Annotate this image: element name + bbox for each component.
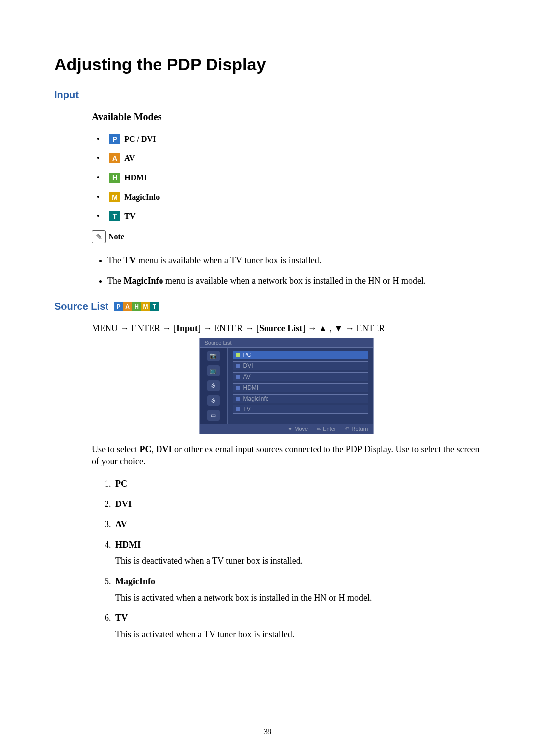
source-option-tv: TV This is activated when a TV tuner box…: [113, 613, 481, 640]
mode-item-tv: T TV: [92, 211, 481, 221]
mode-chip-t-icon: T: [109, 211, 120, 221]
desc-bold: DVI: [156, 444, 172, 454]
move-icon: ✦: [288, 426, 292, 432]
footer-rule: [54, 724, 481, 724]
source-option-pc: PC: [113, 479, 481, 489]
section-source-list-heading: Source List P A H M T: [54, 301, 481, 312]
note-item-magicinfo: The MagicInfo menu is available when a n…: [107, 274, 481, 287]
osd-list: PC DVI AV HDMI MagicInfo TV: [228, 348, 373, 424]
osd-item-label: PC: [243, 352, 252, 358]
osd-item-label: MagicInfo: [243, 395, 269, 402]
mode-label: TV: [124, 212, 135, 220]
option-name: PC: [115, 479, 127, 489]
mode-label: HDMI: [124, 173, 147, 182]
osd-footer-enter: ⏎Enter: [317, 426, 336, 432]
osd-side-icon: 📷: [207, 351, 220, 361]
strip-chip-m-icon: M: [141, 302, 150, 311]
available-modes-block: Available Modes P PC / DVI A AV H HDMI M…: [92, 111, 481, 287]
option-name: AV: [115, 519, 127, 529]
page-footer: 38: [54, 724, 481, 736]
option-desc: This is deactivated when a TV tuner box …: [115, 556, 481, 566]
desc-bold: PC: [139, 444, 151, 454]
source-option-hdmi: HDMI This is deactivated when a TV tuner…: [113, 540, 481, 566]
osd-flag-icon: [236, 407, 240, 411]
mode-chip-m-icon: M: [109, 192, 120, 202]
note-text: menu is available when a network box is …: [163, 276, 426, 286]
note-bold: TV: [123, 255, 136, 265]
return-icon: ↶: [345, 426, 349, 432]
mode-label: AV: [124, 154, 135, 162]
source-list-description: Use to select PC, DVI or other external …: [92, 443, 481, 468]
note-row: ✎ Note: [92, 230, 481, 243]
osd-footer-label: Enter: [323, 426, 336, 432]
osd-item-label: DVI: [243, 362, 253, 369]
note-text: menu is available when a TV tuner box is…: [136, 255, 321, 265]
option-name: DVI: [115, 499, 132, 509]
osd-item-av: AV: [233, 372, 368, 381]
note-bold: MagicInfo: [123, 276, 163, 286]
strip-chip-h-icon: H: [132, 302, 141, 311]
note-item-tv: The TV menu is available when a TV tuner…: [107, 254, 481, 267]
note-text: The: [107, 255, 123, 265]
path-bold: Source List: [259, 323, 302, 333]
strip-chip-t-icon: T: [150, 302, 159, 311]
osd-body: 📷 📺 ⚙ ⚙ ▭ PC DVI AV HDMI MagicInfo TV: [200, 348, 373, 424]
page-number: 38: [54, 727, 481, 736]
source-option-dvi: DVI: [113, 499, 481, 509]
osd-item-label: TV: [243, 406, 251, 413]
osd-footer-label: Move: [294, 426, 308, 432]
source-options-list: PC DVI AV HDMI This is deactivated when …: [92, 479, 481, 640]
osd-footer-return: ↶Return: [345, 426, 368, 432]
osd-flag-icon: [236, 375, 240, 379]
osd-flag-icon: [236, 353, 240, 357]
available-modes-list: P PC / DVI A AV H HDMI M MagicInfo T TV: [92, 134, 481, 221]
osd-item-tv: TV: [233, 405, 368, 414]
mode-chip-h-icon: H: [109, 173, 120, 183]
mode-label: PC / DVI: [124, 135, 156, 143]
mode-item-hdmi: H HDMI: [92, 172, 481, 183]
osd-title: Source List: [200, 338, 373, 348]
strip-chip-p-icon: P: [114, 302, 123, 311]
desc-text: Use to select: [92, 444, 139, 454]
path-bold: Input: [176, 323, 198, 333]
note-text: The: [107, 276, 123, 286]
section-input-heading: Input: [54, 89, 481, 101]
osd-item-dvi: DVI: [233, 361, 368, 370]
option-desc: This is activated when a network box is …: [115, 593, 481, 603]
source-option-magicinfo: MagicInfo This is activated when a netwo…: [113, 576, 481, 603]
osd-item-magicinfo: MagicInfo: [233, 394, 368, 403]
mode-label: MagicInfo: [124, 193, 160, 201]
option-name: MagicInfo: [115, 576, 155, 586]
path-text: ] → ▲ , ▼ → ENTER: [302, 323, 385, 333]
mode-item-av: A AV: [92, 153, 481, 163]
osd-item-hdmi: HDMI: [233, 383, 368, 392]
strip-chip-a-icon: A: [123, 302, 132, 311]
mode-strip-icon: P A H M T: [114, 302, 159, 311]
top-rule: [54, 35, 481, 35]
osd-item-pc: PC: [233, 351, 368, 359]
path-text: ] → ENTER → [: [198, 323, 259, 333]
osd-footer-move: ✦Move: [288, 426, 308, 432]
document-page: Adjusting the PDP Display Input Availabl…: [0, 0, 535, 756]
path-text: MENU → ENTER → [: [92, 323, 176, 333]
mode-item-magicinfo: M MagicInfo: [92, 192, 481, 202]
option-name: TV: [115, 613, 128, 623]
menu-path: MENU → ENTER → [Input] → ENTER → [Source…: [92, 323, 481, 334]
mode-chip-a-icon: A: [109, 153, 120, 163]
osd-side-icon: ⚙: [207, 395, 220, 406]
note-items-list: The TV menu is available when a TV tuner…: [92, 254, 481, 287]
note-label: Note: [108, 232, 124, 241]
osd-flag-icon: [236, 397, 240, 401]
enter-icon: ⏎: [317, 426, 321, 432]
osd-flag-icon: [236, 386, 240, 390]
source-list-block: MENU → ENTER → [Input] → ENTER → [Source…: [92, 323, 481, 640]
mode-item-pc-dvi: P PC / DVI: [92, 134, 481, 144]
source-option-av: AV: [113, 519, 481, 530]
option-name: HDMI: [115, 540, 141, 550]
osd-side-icon: ▭: [207, 410, 220, 421]
option-desc: This is activated when a TV tuner box is…: [115, 629, 481, 640]
osd-footer: ✦Move ⏎Enter ↶Return: [200, 424, 373, 434]
osd-flag-icon: [236, 364, 240, 368]
osd-screenshot: Source List 📷 📺 ⚙ ⚙ ▭ PC DVI AV HDMI Mag…: [199, 338, 374, 434]
source-list-heading-text: Source List: [54, 301, 108, 312]
